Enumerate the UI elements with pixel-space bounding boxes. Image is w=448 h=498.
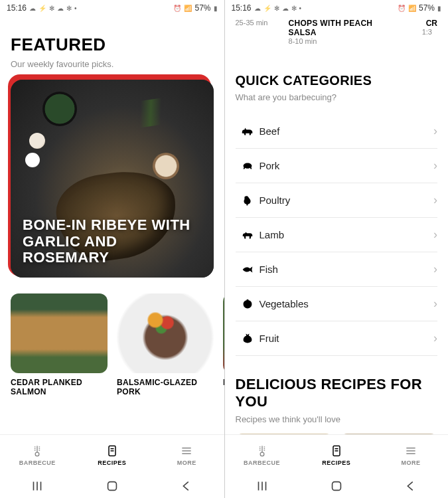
- tab-more[interactable]: MORE: [374, 435, 448, 474]
- recipe-card[interactable]: CEDAR PLANKED SALMON: [11, 293, 108, 397]
- svg-point-0: [35, 452, 39, 456]
- alarm-icon: ⏰: [398, 5, 406, 12]
- category-beef[interactable]: Beef ›: [236, 114, 438, 149]
- status-icon: ☁: [57, 5, 64, 12]
- chevron-right-icon: ›: [433, 124, 437, 138]
- tab-label: RECIPES: [98, 459, 126, 466]
- svg-point-3: [260, 452, 264, 456]
- status-icon: ⚡: [38, 5, 46, 12]
- fruit-icon: [236, 331, 260, 346]
- home-icon[interactable]: [105, 479, 119, 493]
- category-label: Fish: [260, 264, 434, 275]
- status-battery: 57%: [419, 3, 435, 13]
- menu-icon: [404, 444, 417, 458]
- back-icon[interactable]: [404, 479, 418, 493]
- tab-barbecue[interactable]: BARBECUE: [0, 435, 75, 474]
- chevron-right-icon: ›: [433, 159, 437, 173]
- category-fish[interactable]: Fish ›: [236, 252, 438, 287]
- category-label: Beef: [260, 125, 434, 137]
- quick-categories-sub: What are you barbecuing?: [236, 92, 438, 102]
- chevron-right-icon: ›: [433, 193, 437, 207]
- tab-label: MORE: [401, 459, 420, 466]
- tab-label: RECIPES: [322, 459, 350, 466]
- recents-icon[interactable]: [30, 479, 44, 493]
- cow-icon: [236, 124, 260, 139]
- cook-time: 25-35 min: [236, 19, 268, 45]
- chevron-right-icon: ›: [433, 297, 437, 311]
- recipe-icon: [106, 444, 119, 458]
- category-pork[interactable]: Pork ›: [236, 149, 438, 183]
- recipe-row-peek[interactable]: 25-35 min CHOPS WITH PEACH SALSA 8-10 mi…: [236, 19, 438, 45]
- alarm-icon: ⏰: [173, 5, 181, 12]
- status-icon: ✻: [291, 5, 297, 12]
- cook-time: 1:3: [422, 28, 437, 36]
- recipe-image: [340, 434, 437, 434]
- tab-more[interactable]: MORE: [149, 435, 224, 474]
- home-icon[interactable]: [329, 479, 344, 493]
- category-vegetables[interactable]: Vegetables ›: [236, 287, 438, 321]
- battery-icon: ▮: [437, 5, 441, 12]
- status-icon: ✻: [66, 5, 72, 12]
- tab-recipes[interactable]: RECIPES: [299, 435, 374, 474]
- quick-categories-heading: QUICK CATEGORIES: [236, 73, 438, 88]
- recommendation-row[interactable]: [236, 434, 438, 434]
- chicken-icon: [236, 193, 260, 208]
- svg-rect-2: [108, 482, 116, 491]
- status-icon: ✻: [49, 5, 54, 12]
- back-icon[interactable]: [179, 479, 194, 493]
- chevron-right-icon: ›: [433, 331, 437, 345]
- hero-title: BONE-IN RIBEYE WITH GARLIC AND ROSEMARY: [23, 217, 194, 266]
- status-icon: ☁: [254, 5, 261, 12]
- svg-rect-5: [332, 482, 340, 491]
- recents-icon[interactable]: [255, 479, 269, 493]
- menu-icon: [180, 444, 193, 458]
- tab-recipes[interactable]: RECIPES: [75, 435, 150, 474]
- android-navbar: [0, 474, 224, 498]
- cook-time: 8-10 min: [289, 37, 402, 45]
- recipe-icon: [330, 444, 343, 458]
- category-label: Lamb: [260, 229, 434, 240]
- status-bar: 15:16 ☁ ⚡ ✻ ☁ ✻ • ⏰ 📶 57% ▮: [0, 0, 224, 16]
- android-navbar: [225, 474, 449, 498]
- screen-featured: 15:16 ☁ ⚡ ✻ ☁ ✻ • ⏰ 📶 57% ▮ FEATURED Our…: [0, 0, 224, 498]
- category-fruit[interactable]: Fruit ›: [236, 321, 438, 356]
- status-time: 15:16: [7, 3, 27, 13]
- featured-heading: FEATURED: [11, 35, 214, 55]
- fish-icon: [236, 262, 260, 277]
- chevron-right-icon: ›: [433, 262, 437, 276]
- recipe-image: [236, 434, 333, 434]
- tab-label: BARBECUE: [244, 459, 280, 466]
- delicious-sub: Recipes we think you'll love: [236, 414, 438, 424]
- screen-categories: 15:16 ☁ ⚡ ✻ ☁ ✻ • ⏰ 📶 57% ▮ 25-35 min CH…: [224, 0, 449, 498]
- lamb-icon: [236, 228, 260, 242]
- status-icon: ⚡: [263, 5, 271, 12]
- recipe-image: [117, 293, 214, 373]
- tab-label: MORE: [177, 459, 196, 466]
- signal-icon: 📶: [184, 5, 192, 12]
- recipe-image: [11, 293, 108, 373]
- status-time: 15:16: [232, 3, 252, 13]
- tab-label: BARBECUE: [19, 459, 56, 466]
- delicious-heading: DELICIOUS RECIPES FOR YOU: [236, 376, 438, 410]
- hero-card[interactable]: BONE-IN RIBEYE WITH GARLIC AND ROSEMARY: [11, 80, 214, 282]
- bottom-tabs: BARBECUE RECIPES MORE: [0, 434, 224, 474]
- hero-image: BONE-IN RIBEYE WITH GARLIC AND ROSEMARY: [11, 80, 214, 278]
- status-bar: 15:16 ☁ ⚡ ✻ ☁ ✻ • ⏰ 📶 57% ▮: [225, 0, 449, 16]
- featured-subtitle: Our weekly favourite picks.: [11, 59, 214, 69]
- status-battery: 57%: [194, 3, 210, 13]
- recipe-title: CEDAR PLANKED SALMON: [11, 378, 108, 397]
- recipe-card[interactable]: BALSAMIC-GLAZED PORK: [117, 293, 214, 397]
- category-list: Beef › Pork › Poultry › Lamb ›: [236, 114, 438, 356]
- category-label: Fruit: [260, 333, 434, 344]
- vegetable-icon: [236, 297, 260, 311]
- category-lamb[interactable]: Lamb ›: [236, 218, 438, 252]
- category-poultry[interactable]: Poultry ›: [236, 183, 438, 218]
- category-label: Pork: [260, 160, 434, 171]
- category-label: Poultry: [260, 195, 434, 206]
- battery-icon: ▮: [214, 5, 218, 12]
- recipe-title: CR: [426, 19, 437, 28]
- thumbnail-row[interactable]: CEDAR PLANKED SALMON BALSAMIC-GLAZED POR…: [11, 293, 214, 397]
- tab-barbecue[interactable]: BARBECUE: [225, 435, 299, 474]
- recipe-title: CHOPS WITH PEACH SALSA: [289, 19, 402, 37]
- status-icon: ☁: [282, 5, 289, 12]
